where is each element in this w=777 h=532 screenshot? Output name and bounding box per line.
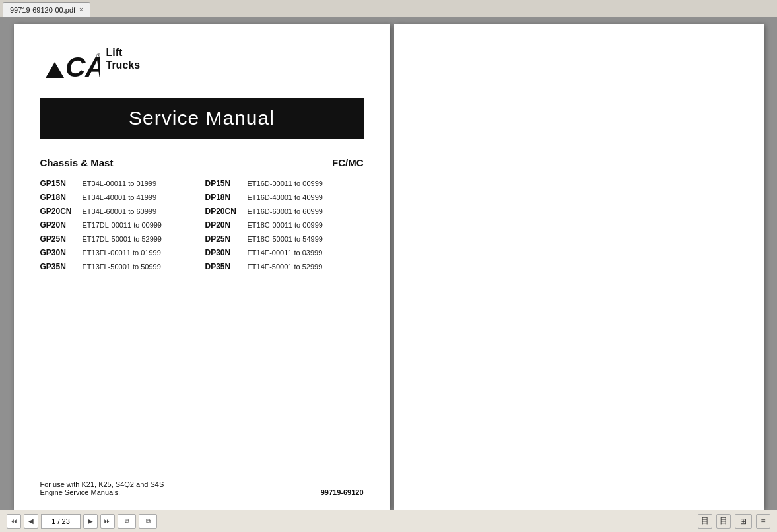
pages-container: CAT ® Lift Trucks Service Manual (0, 17, 777, 510)
model-row: GP20CNET34L-60001 to 60999 (40, 207, 199, 216)
model-name: DP20N (205, 220, 244, 230)
model-row: GP25NET17DL-50001 to 52999 (40, 234, 199, 244)
model-name: GP20CN (40, 207, 79, 216)
menu-icon[interactable]: ≡ (756, 514, 770, 529)
model-name: GP35N (40, 262, 79, 271)
model-name: GP20N (40, 220, 79, 230)
bookmark-icon-1[interactable]: 目 (698, 514, 712, 529)
lift-trucks-text: Lift Trucks (106, 46, 141, 71)
model-range: ET34L-00011 to 01999 (83, 180, 157, 187)
logo-area: CAT ® Lift Trucks (40, 44, 364, 82)
model-range: ET17DL-50001 to 52999 (83, 235, 162, 243)
nav-controls: ⏮ ◀ ▶ ⏭ ⧉ ⧉ (7, 514, 157, 529)
copy-button-2[interactable]: ⧉ (139, 514, 157, 529)
bottom-toolbar: ⏮ ◀ ▶ ⏭ ⧉ ⧉ 目 目 ⊞ ≡ (0, 510, 777, 532)
service-manual-title: Service Manual (129, 107, 275, 129)
model-column-right: DP15NET16D-00011 to 00999DP18NET16D-4000… (205, 179, 364, 481)
tab-bar: 99719-69120-00.pdf × (0, 0, 777, 17)
fcmc-label: FC/MC (332, 157, 364, 168)
svg-marker-0 (46, 62, 64, 78)
model-range: ET34L-40001 to 41999 (83, 193, 157, 201)
model-row: DP25NET18C-50001 to 54999 (205, 234, 364, 244)
model-name: DP35N (205, 262, 244, 271)
prev-page-button[interactable]: ◀ (24, 514, 38, 529)
model-range: ET13FL-50001 to 50999 (83, 263, 161, 271)
next-page-button[interactable]: ▶ (83, 514, 98, 529)
chassis-header: Chassis & Mast FC/MC (40, 157, 364, 168)
svg-text:CAT: CAT (65, 51, 100, 82)
footer-left-text: For use with K21, K25, S4Q2 and S4S Engi… (40, 481, 164, 496)
model-range: ET14E-00011 to 03999 (248, 249, 323, 257)
page-number-input[interactable] (41, 514, 81, 529)
model-range: ET18C-50001 to 54999 (248, 235, 323, 243)
cat-logo-svg: CAT ® (40, 44, 100, 82)
model-row: GP35NET13FL-50001 to 50999 (40, 262, 199, 271)
model-row: GP30NET13FL-00011 to 01999 (40, 248, 199, 257)
model-row: GP15NET34L-00011 to 01999 (40, 179, 199, 188)
footer-engines-line2: Engine Service Manuals. (40, 488, 121, 496)
model-row: DP15NET16D-00011 to 00999 (205, 179, 364, 188)
tab-filename: 99719-69120-00.pdf (10, 6, 75, 14)
model-name: GP25N (40, 234, 79, 244)
bookmark-icon-2[interactable]: 目 (716, 514, 731, 529)
model-name: DP20CN (205, 207, 244, 216)
model-range: ET13FL-00011 to 01999 (83, 249, 161, 257)
footer-part-number: 99719-69120 (321, 488, 364, 496)
model-row: GP18NET34L-40001 to 41999 (40, 193, 199, 202)
footer-engines-line1: For use with K21, K25, S4Q2 and S4S (40, 481, 164, 488)
chassis-title: Chassis & Mast (40, 157, 114, 168)
model-name: DP25N (205, 234, 244, 244)
grid-view-icon[interactable]: ⊞ (735, 514, 752, 529)
svg-text:®: ® (96, 53, 100, 59)
model-table: GP15NET34L-00011 to 01999GP18NET34L-4000… (40, 179, 364, 481)
model-row: DP35NET14E-50001 to 52999 (205, 262, 364, 271)
model-range: ET14E-50001 to 52999 (248, 263, 323, 271)
model-range: ET17DL-00011 to 00999 (83, 221, 162, 229)
model-name: DP30N (205, 248, 244, 257)
model-row: DP18NET16D-40001 to 40999 (205, 193, 364, 202)
page-footer: For use with K21, K25, S4Q2 and S4S Engi… (40, 481, 364, 496)
model-row: GP20NET17DL-00011 to 00999 (40, 220, 199, 230)
model-name: GP15N (40, 179, 79, 188)
first-page-button[interactable]: ⏮ (7, 514, 21, 529)
model-name: GP30N (40, 248, 79, 257)
service-manual-banner: Service Manual (40, 98, 364, 139)
model-range: ET16D-40001 to 40999 (248, 193, 323, 201)
model-range: ET16D-60001 to 60999 (248, 207, 323, 215)
model-name: DP15N (205, 179, 244, 188)
viewer-area: CAT ® Lift Trucks Service Manual (0, 17, 777, 532)
model-name: DP18N (205, 193, 244, 202)
model-row: DP30NET14E-00011 to 03999 (205, 248, 364, 257)
copy-button-1[interactable]: ⧉ (118, 514, 136, 529)
model-range: ET16D-00011 to 00999 (248, 180, 323, 187)
model-range: ET34L-60001 to 60999 (83, 207, 157, 215)
model-name: GP18N (40, 193, 79, 202)
model-range: ET18C-00011 to 00999 (248, 221, 323, 229)
pdf-tab[interactable]: 99719-69120-00.pdf × (3, 2, 90, 17)
model-column-left: GP15NET34L-00011 to 01999GP18NET34L-4000… (40, 179, 199, 481)
page-right (394, 24, 764, 510)
page-left: CAT ® Lift Trucks Service Manual (14, 24, 390, 510)
model-row: DP20CNET16D-60001 to 60999 (205, 207, 364, 216)
model-row: DP20NET18C-00011 to 00999 (205, 220, 364, 230)
close-icon[interactable]: × (79, 7, 83, 13)
right-controls: 目 目 ⊞ ≡ (698, 514, 770, 529)
last-page-button[interactable]: ⏭ (100, 514, 115, 529)
